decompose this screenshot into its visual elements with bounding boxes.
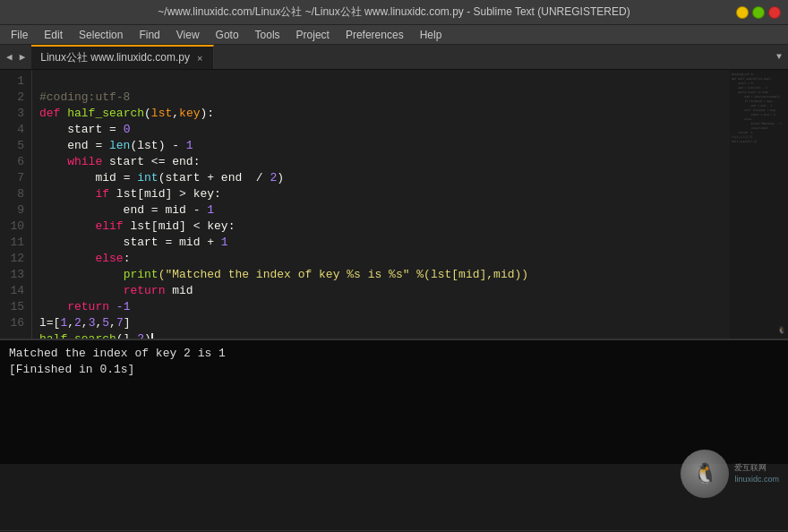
code-op: = xyxy=(144,203,165,217)
code-text: key: xyxy=(193,187,221,201)
code-text: mid xyxy=(165,203,185,217)
menu-find[interactable]: Find xyxy=(132,27,167,43)
code-num: 2 xyxy=(74,316,81,330)
code-text: (l, xyxy=(116,332,137,339)
code-editor[interactable]: #coding:utf-8 def half_search(lst,key): … xyxy=(32,70,788,339)
line-number: 8 xyxy=(4,186,24,202)
line-number: 9 xyxy=(4,202,24,219)
code-keyword: if xyxy=(39,187,116,201)
code-text xyxy=(39,284,124,297)
line-number: 10 xyxy=(4,219,24,235)
code-function: print xyxy=(124,268,158,281)
line-number: 2 xyxy=(4,90,24,106)
menu-edit[interactable]: Edit xyxy=(37,27,70,43)
menu-help[interactable]: Help xyxy=(413,27,450,43)
code-text: key: xyxy=(207,219,235,233)
code-op: < xyxy=(186,219,207,233)
output-line-2: [Finished in 0.1s] xyxy=(9,362,779,378)
editor-area[interactable]: 1 2 3 4 5 6 7 8 9 10 11 12 13 14 15 16 #… xyxy=(0,70,788,339)
line-number: 15 xyxy=(4,299,24,315)
titlebar-title: ~/www.linuxidc.com/Linux公社 ~/Linux公社 www… xyxy=(52,4,736,20)
cursor xyxy=(151,333,153,339)
code-text: ) xyxy=(277,171,284,184)
code-num: 2 xyxy=(137,332,144,339)
code-text: end xyxy=(39,203,144,217)
code-text: mid xyxy=(39,171,116,184)
code-op: + xyxy=(200,236,220,249)
code-builtin: len xyxy=(109,139,130,152)
line-number: 1 xyxy=(4,73,24,90)
tab-next-arrow[interactable]: ▶ xyxy=(17,49,29,64)
menu-goto[interactable]: Goto xyxy=(209,27,246,43)
code-num: 1 xyxy=(186,139,193,152)
menu-view[interactable]: View xyxy=(169,27,207,43)
code-op: = xyxy=(102,123,123,136)
line-number: 5 xyxy=(4,138,24,154)
active-tab[interactable]: Linux公社 www.linuxidc.com.py × xyxy=(31,45,214,69)
menu-file[interactable]: File xyxy=(4,27,35,43)
close-button[interactable] xyxy=(768,6,781,19)
line-number: 12 xyxy=(4,251,24,267)
code-text: ) xyxy=(144,332,151,339)
main-container: ◀ ▶ Linux公社 www.linuxidc.com.py × ▼ 1 2 … xyxy=(0,45,788,532)
window-controls xyxy=(736,6,781,19)
watermark-area: 🐧 爱互联网 linuxidc.com xyxy=(681,450,779,498)
code-function: half_search xyxy=(67,107,144,120)
tab-close-button[interactable]: × xyxy=(197,53,202,64)
code-text: l=[ xyxy=(39,316,60,330)
code-text: start xyxy=(109,155,144,168)
tabbar: ◀ ▶ Linux公社 www.linuxidc.com.py × ▼ xyxy=(0,45,788,70)
code-text xyxy=(39,268,124,281)
watermark-line1: 爱互联网 xyxy=(734,462,779,474)
code-text: , xyxy=(81,316,89,330)
code-param: lst xyxy=(151,107,172,120)
maximize-button[interactable] xyxy=(752,6,765,19)
code-text: ] xyxy=(124,316,131,330)
watermark-text: 爱互联网 linuxidc.com xyxy=(734,462,779,485)
output-line-1: Matched the index of key 2 is 1 xyxy=(9,346,779,362)
code-text: lst[mid] xyxy=(130,219,185,233)
menu-preferences[interactable]: Preferences xyxy=(338,27,411,43)
code-text: : xyxy=(124,252,131,265)
code-text: , xyxy=(172,107,179,120)
menu-project[interactable]: Project xyxy=(289,27,337,43)
code-text: , xyxy=(67,316,74,330)
code-comment: #coding:utf-8 xyxy=(39,90,130,104)
code-text: start xyxy=(39,123,102,136)
code-keyword: return xyxy=(124,284,173,297)
code-text: end: xyxy=(172,155,200,168)
code-text: ( xyxy=(144,107,151,120)
code-num: -1 xyxy=(116,300,131,313)
tab-navigation: ◀ ▶ xyxy=(0,45,31,69)
code-keyword: def xyxy=(39,107,67,120)
code-text: , xyxy=(109,316,116,330)
code-text: (start + end xyxy=(158,171,243,184)
code-op: - xyxy=(165,139,185,152)
line-number: 11 xyxy=(4,235,24,251)
code-num: 5 xyxy=(102,316,109,330)
minimap-tux: 🐧 xyxy=(777,326,786,334)
code-text: lst[mid] xyxy=(116,187,172,201)
minimize-button[interactable] xyxy=(736,6,749,19)
menu-tools[interactable]: Tools xyxy=(248,27,287,43)
code-num: 7 xyxy=(116,316,124,330)
code-num: 1 xyxy=(221,236,228,249)
code-text: ): xyxy=(200,107,214,120)
line-number: 3 xyxy=(4,106,24,122)
tab-label: Linux公社 www.linuxidc.com.py xyxy=(40,50,190,65)
code-keyword: while xyxy=(39,155,109,168)
tab-prev-arrow[interactable]: ◀ xyxy=(4,49,15,64)
code-op: <= xyxy=(144,155,172,168)
code-op: = xyxy=(158,236,179,249)
menubar: File Edit Selection Find View Goto Tools… xyxy=(0,25,788,45)
tab-menu-button[interactable]: ▼ xyxy=(770,45,788,69)
code-op: - xyxy=(186,203,207,217)
minimap-content: #coding:utf-8 def half_search(lst,key): … xyxy=(730,70,788,147)
code-param: key xyxy=(179,107,200,120)
code-op: = xyxy=(89,139,109,152)
watermark-line2: linuxidc.com xyxy=(734,474,779,485)
code-string: ("Matched the index of key %s is %s" %(l… xyxy=(158,268,528,281)
titlebar: ~/www.linuxidc.com/Linux公社 ~/Linux公社 www… xyxy=(0,0,788,25)
code-text: end xyxy=(39,139,89,152)
menu-selection[interactable]: Selection xyxy=(72,27,130,43)
